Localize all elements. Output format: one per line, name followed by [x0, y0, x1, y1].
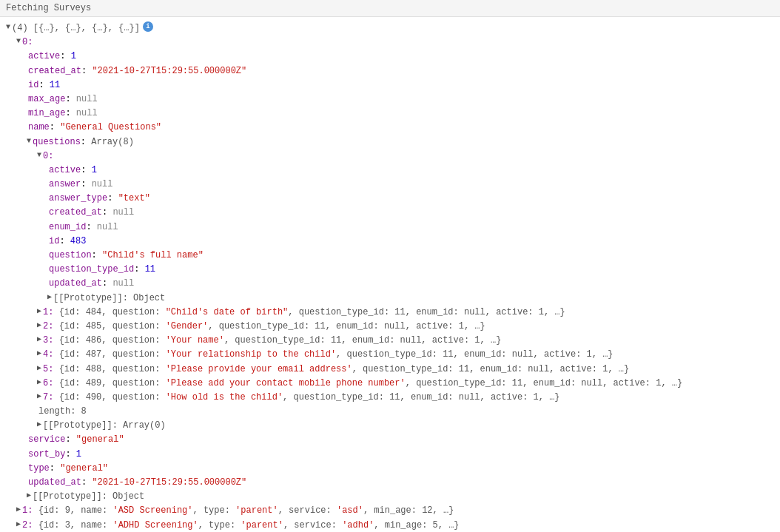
field-min-age: min_age: null	[6, 107, 774, 121]
root-triangle[interactable]	[6, 21, 10, 33]
item1-triangle[interactable]	[16, 504, 21, 516]
field-max-age: max_age: null	[6, 92, 774, 107]
q5-triangle[interactable]	[37, 363, 41, 374]
questions-header[interactable]: questions: Array(8)	[6, 135, 774, 149]
q0-question-type-id: question_type_id: 11	[6, 263, 774, 277]
info-badge: i	[143, 21, 153, 32]
item0-proto-triangle[interactable]	[27, 490, 31, 502]
item1-row[interactable]: 1: {id: 9, name: 'ASD Screening', type: …	[6, 504, 774, 518]
questions-prototype[interactable]: [[Prototype]]: Array(0)	[6, 419, 774, 433]
field-id: id: 11	[6, 78, 774, 92]
header-bar: Fetching Surveys	[0, 0, 780, 17]
questions-triangle[interactable]	[27, 135, 31, 147]
console-output: (4) [{…}, {…}, {…}, {…}] i 0: active: 1 …	[0, 17, 780, 532]
q0-updated-at: updated_at: null	[6, 277, 774, 291]
q3-row[interactable]: 3: {id: 486, question: 'Your name', ques…	[6, 334, 774, 348]
field-service: service: "general"	[6, 433, 774, 447]
item0-label: 0:	[22, 36, 33, 50]
q1-row[interactable]: 1: {id: 484, question: "Child's date of …	[6, 306, 774, 320]
q2-row[interactable]: 2: {id: 485, question: 'Gender', questio…	[6, 320, 774, 334]
q0-triangle[interactable]	[37, 149, 41, 161]
q0-header[interactable]: 0:	[6, 149, 774, 164]
field-active: active: 1	[6, 50, 774, 64]
q7-triangle[interactable]	[37, 391, 41, 403]
q0-proto-triangle[interactable]	[47, 292, 52, 303]
questions-length: length: 8	[6, 405, 774, 419]
q4-triangle[interactable]	[37, 348, 41, 360]
item2-row[interactable]: 2: {id: 3, name: 'ADHD Screening', type:…	[6, 519, 774, 532]
header-title: Fetching Surveys	[6, 3, 91, 13]
item0-header[interactable]: 0:	[6, 36, 774, 50]
q1-triangle[interactable]	[37, 306, 41, 317]
q3-triangle[interactable]	[37, 334, 41, 346]
q0-answer: answer: null	[6, 178, 774, 192]
q0-active: active: 1	[6, 164, 774, 178]
q0-id: id: 483	[6, 235, 774, 249]
q7-row[interactable]: 7: {id: 490, question: 'How old is the c…	[6, 391, 774, 405]
item2-triangle[interactable]	[16, 519, 21, 531]
field-updated-at: updated_at: "2021-10-27T15:29:55.000000Z…	[6, 476, 774, 490]
q5-row[interactable]: 5: {id: 488, question: 'Please provide y…	[6, 363, 774, 377]
q0-question: question: "Child's full name"	[6, 249, 774, 263]
q0-enum-id: enum_id: null	[6, 220, 774, 235]
q0-created-at: created_at: null	[6, 206, 774, 220]
field-type: type: "general"	[6, 462, 774, 476]
q6-row[interactable]: 6: {id: 489, question: 'Please add your …	[6, 377, 774, 391]
item0-prototype[interactable]: [[Prototype]]: Object	[6, 490, 774, 504]
q4-row[interactable]: 4: {id: 487, question: 'Your relationshi…	[6, 348, 774, 362]
root-preview: (4) [{…}, {…}, {…}, {…}]	[12, 21, 140, 36]
field-created-at: created_at: "2021-10-27T15:29:55.000000Z…	[6, 64, 774, 78]
q0-prototype[interactable]: [[Prototype]]: Object	[6, 292, 774, 306]
root-array-row[interactable]: (4) [{…}, {…}, {…}, {…}] i	[6, 21, 774, 36]
q0-answer-type: answer_type: "text"	[6, 192, 774, 206]
q2-triangle[interactable]	[37, 320, 41, 331]
field-sort-by: sort_by: 1	[6, 448, 774, 462]
q-proto-triangle[interactable]	[37, 419, 41, 431]
q6-triangle[interactable]	[37, 377, 41, 388]
item0-triangle[interactable]	[16, 36, 21, 47]
field-name: name: "General Questions"	[6, 121, 774, 135]
